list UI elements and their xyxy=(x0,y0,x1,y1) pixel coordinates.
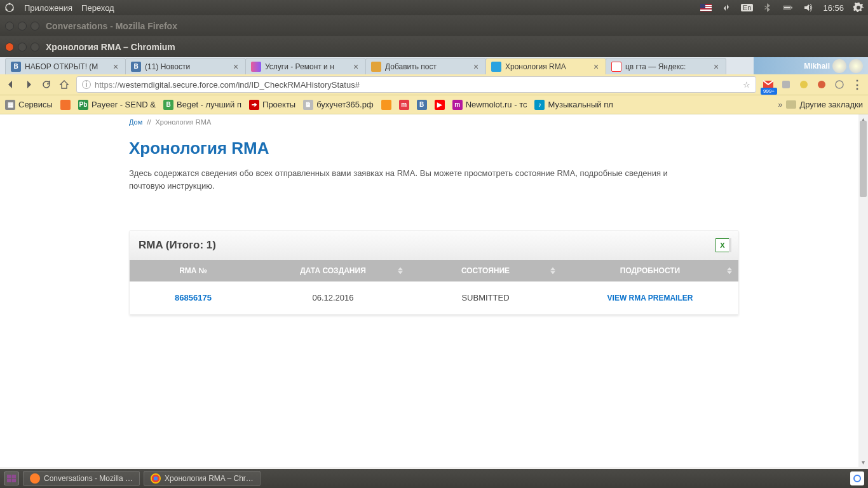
tab-title: цв гта — Яндекс: xyxy=(625,62,712,71)
export-excel-icon[interactable]: X xyxy=(715,238,729,252)
browser-tab-active[interactable]: Хронология RMA × xyxy=(485,58,606,74)
svg-point-12 xyxy=(854,475,860,482)
nav-back-icon[interactable] xyxy=(5,79,17,90)
menu-applications[interactable]: Приложения xyxy=(24,3,72,13)
chromium-window-title: Хронология RMA – Chromium xyxy=(46,42,175,52)
breadcrumb-home-link[interactable]: Дом xyxy=(129,118,142,126)
browser-menu-icon[interactable]: ⋮ xyxy=(851,78,863,92)
site-info-icon[interactable]: i xyxy=(82,80,91,89)
gmail-extension-icon[interactable]: 999+ xyxy=(763,79,774,90)
address-bar[interactable]: i https:// westerndigital.secure.force.c… xyxy=(76,76,756,93)
extension-icon[interactable] xyxy=(816,79,827,90)
firefox-window-maximize-icon[interactable] xyxy=(31,22,39,30)
bookmark-other-folder[interactable]: Другие закладки xyxy=(786,100,863,109)
keyboard-layout-label[interactable]: En xyxy=(741,4,753,11)
bookmark-item[interactable]: ♪Музыкальный пл xyxy=(534,100,613,110)
ubuntu-logo-icon xyxy=(4,2,15,13)
show-desktop-button[interactable] xyxy=(850,471,864,485)
chromium-icon xyxy=(151,473,161,484)
firefox-window-minimize-icon[interactable] xyxy=(18,22,27,30)
column-header-created[interactable]: ДАТА СОЗДАНИЯ xyxy=(257,266,409,275)
bookmark-label: Музыкальный пл xyxy=(548,100,613,109)
settings-gear-icon[interactable] xyxy=(853,2,864,13)
firefox-window-title: Conversations - Mozilla Firefox xyxy=(46,21,177,31)
clock[interactable]: 16:56 xyxy=(823,3,844,13)
volume-icon[interactable] xyxy=(803,2,814,13)
menu-go[interactable]: Переход xyxy=(81,3,114,13)
theme-character-icon xyxy=(849,59,863,73)
tab-title: НАБОР ОТКРЫТ! (М xyxy=(25,62,111,71)
bookmark-item[interactable]: ▶ xyxy=(435,100,445,110)
rma-number-link[interactable]: 86856175 xyxy=(130,293,257,302)
tab-close-icon[interactable]: × xyxy=(471,62,480,72)
browser-tab[interactable]: Услуги - Ремонт и н × xyxy=(245,58,366,74)
tab-close-icon[interactable]: × xyxy=(712,62,721,72)
bluetooth-icon[interactable] xyxy=(762,2,773,13)
firefox-window-close-icon[interactable] xyxy=(5,22,14,30)
chromium-window-minimize-icon[interactable] xyxy=(18,43,27,51)
network-updown-icon[interactable] xyxy=(721,2,732,13)
bookmark-item[interactable]: PbPayeer - SEND & xyxy=(78,100,156,110)
vertical-scrollbar[interactable]: ▴ ▾ xyxy=(858,114,868,467)
tab-close-icon[interactable]: × xyxy=(351,62,360,72)
bookmark-label: Другие закладки xyxy=(799,100,863,109)
browser-tab[interactable]: B (11) Новости × xyxy=(125,58,246,74)
keyboard-layout-flag-icon[interactable] xyxy=(700,4,712,11)
svg-point-2 xyxy=(12,9,14,11)
browser-tab[interactable]: Я цв гта — Яндекс: × xyxy=(606,58,726,74)
bookmark-favicon-icon: m xyxy=(452,100,463,110)
bookmark-item[interactable]: B xyxy=(417,100,427,110)
bookmark-item[interactable] xyxy=(381,100,391,110)
battery-icon[interactable] xyxy=(782,2,794,13)
column-header-status[interactable]: СОСТОЯНИЕ xyxy=(409,266,562,275)
bookmark-label: Сервисы xyxy=(18,100,53,109)
extension-icon[interactable] xyxy=(834,79,845,90)
svg-point-9 xyxy=(800,81,808,88)
tab-close-icon[interactable]: × xyxy=(231,62,240,72)
nav-reload-icon[interactable] xyxy=(41,79,52,90)
scroll-down-icon[interactable]: ▾ xyxy=(858,458,868,467)
user-name-label: Mikhail xyxy=(804,62,830,71)
bookmark-favicon-icon xyxy=(60,100,71,110)
browser-tab[interactable]: Добавить пост × xyxy=(365,58,486,74)
scroll-thumb[interactable] xyxy=(860,121,867,197)
browser-tab[interactable]: B НАБОР ОТКРЫТ! (М × xyxy=(5,58,126,74)
breadcrumb-separator: // xyxy=(147,118,151,126)
bookmark-favicon-icon: ♪ xyxy=(534,100,545,110)
bookmark-item[interactable]: ➔Проекты xyxy=(249,100,295,110)
workspace-switcher[interactable] xyxy=(4,471,19,485)
sort-icon[interactable] xyxy=(550,268,555,274)
extension-icon[interactable] xyxy=(798,79,810,90)
bookmark-item[interactable] xyxy=(60,100,71,110)
chromium-window-close-icon[interactable] xyxy=(5,43,14,51)
vk-favicon-icon: B xyxy=(131,62,141,72)
taskbar-item-chromium[interactable]: Хронология RMA – Chr… xyxy=(144,471,261,486)
gmail-badge: 999+ xyxy=(761,88,777,95)
svg-rect-8 xyxy=(782,81,790,88)
nav-home-icon[interactable] xyxy=(58,79,70,90)
extension-icon[interactable] xyxy=(780,79,792,90)
tab-title: Добавить пост xyxy=(385,62,471,71)
bookmark-item[interactable]: m xyxy=(399,100,409,110)
apps-grid-icon: ▦ xyxy=(5,100,15,110)
view-premailer-link[interactable]: VIEW RMA PREMAILER xyxy=(562,294,738,302)
chromium-window-maximize-icon[interactable] xyxy=(31,43,39,51)
sort-icon[interactable] xyxy=(727,268,732,274)
sort-icon[interactable] xyxy=(398,268,403,274)
bookmark-item[interactable]: mNewmolot.ru - тс xyxy=(452,100,527,110)
bookmark-item[interactable]: 🗎бухучет365.рф xyxy=(303,100,373,110)
column-header-details[interactable]: ПОДРОБНОСТИ xyxy=(562,266,738,275)
folder-icon xyxy=(786,100,796,109)
tab-close-icon[interactable]: × xyxy=(592,62,600,72)
site-favicon-icon xyxy=(251,62,261,72)
table-row: 86856175 06.12.2016 SUBMITTED VIEW RMA P… xyxy=(130,281,738,315)
tab-close-icon[interactable]: × xyxy=(111,62,120,72)
column-header-rma-no[interactable]: RMA № xyxy=(130,266,257,275)
nav-forward-icon[interactable] xyxy=(23,79,34,90)
taskbar-item-firefox[interactable]: Conversations - Mozilla … xyxy=(23,471,140,486)
bookmark-item[interactable]: BBeget - лучший п xyxy=(163,100,241,110)
taskbar-label: Хронология RMA – Chr… xyxy=(165,474,254,483)
bookmark-star-icon[interactable]: ☆ xyxy=(743,80,750,90)
bookmark-apps[interactable]: ▦Сервисы xyxy=(5,100,53,110)
bookmark-label: Payeer - SEND & xyxy=(92,100,156,109)
